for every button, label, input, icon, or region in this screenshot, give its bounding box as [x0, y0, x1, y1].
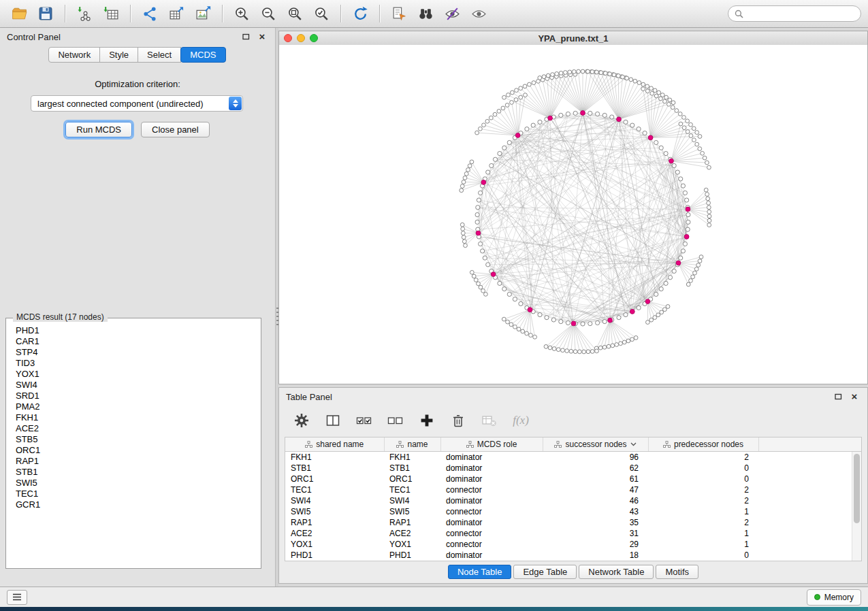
optimization-criterion-label: Optimization criterion: — [0, 79, 275, 89]
table-settings-button[interactable] — [293, 412, 310, 429]
zoom-fit-button[interactable] — [283, 3, 307, 24]
mcds-result-item[interactable]: TEC1 — [16, 489, 259, 499]
column-header-shared-name[interactable]: shared name — [285, 437, 384, 452]
mcds-result-item[interactable]: SRD1 — [16, 391, 259, 401]
window-minimize-button[interactable] — [297, 34, 305, 42]
table-row[interactable]: PHD1PHD1dominator180 — [285, 550, 861, 561]
mcds-result-item[interactable]: RAP1 — [16, 456, 259, 467]
binoculars-icon — [417, 5, 434, 22]
optimization-criterion-value: largest connected component (undirected) — [37, 99, 204, 109]
create-column-button[interactable] — [418, 412, 436, 429]
mcds-result-item[interactable]: ORC1 — [16, 445, 259, 456]
table-scrollbar[interactable] — [852, 452, 861, 561]
run-mcds-button[interactable]: Run MCDS — [65, 122, 132, 137]
hide-selected-button[interactable] — [440, 3, 464, 24]
search-input[interactable] — [748, 8, 854, 19]
memory-button[interactable]: Memory — [807, 589, 861, 606]
column-header-predecessor-nodes[interactable]: predecessor nodes — [648, 437, 758, 452]
import-network-button[interactable] — [72, 3, 97, 24]
toolbar-separator — [65, 5, 65, 22]
network-window-titlebar[interactable]: YPA_prune.txt_1 — [279, 31, 867, 46]
close-panel-icon[interactable]: × — [256, 31, 268, 42]
table-row[interactable]: ACE2ACE2connector311 — [285, 528, 861, 539]
status-bar: Memory — [0, 587, 868, 607]
tab-motifs[interactable]: Motifs — [656, 565, 698, 579]
export-network-button[interactable] — [138, 3, 162, 24]
close-panel-button[interactable]: Close panel — [141, 122, 210, 137]
copy-style-button[interactable] — [387, 3, 411, 24]
table-row[interactable]: ORC1ORC1dominator610 — [285, 474, 861, 484]
zoom-out-button[interactable] — [256, 3, 280, 24]
mcds-result-item[interactable]: TID3 — [16, 358, 259, 369]
save-icon — [37, 5, 54, 22]
mcds-result-item[interactable]: STP4 — [16, 347, 259, 358]
panel-list-button[interactable] — [7, 590, 27, 605]
share-network-icon — [142, 5, 159, 22]
table-scrollbar-thumb[interactable] — [854, 454, 860, 523]
table-panel: Table Panel × — [278, 387, 868, 584]
mcds-result-item[interactable]: GCR1 — [16, 499, 259, 510]
optimization-criterion-select[interactable]: largest connected component (undirected) — [31, 95, 243, 112]
function-builder-button: f(x) — [512, 412, 530, 429]
table-row[interactable]: FKH1FKH1dominator962 — [285, 452, 861, 463]
unselect-all-columns-button[interactable] — [387, 412, 404, 429]
table-row[interactable]: RAP1RAP1dominator352 — [285, 517, 861, 528]
tab-select[interactable]: Select — [138, 47, 181, 63]
refresh-network-button[interactable] — [348, 3, 372, 24]
document-share-icon — [391, 5, 408, 22]
mcds-result-item[interactable]: STB5 — [16, 434, 259, 445]
float-panel-icon[interactable] — [240, 31, 252, 42]
column-header-MCDS-role[interactable]: MCDS role — [440, 437, 543, 452]
export-table-button[interactable] — [164, 3, 189, 24]
close-table-panel-icon[interactable]: × — [848, 391, 861, 402]
export-image-button[interactable] — [191, 3, 215, 24]
table-row[interactable]: SWI4SWI4dominator462 — [285, 495, 861, 506]
column-header-successor-nodes[interactable]: successor nodes — [543, 437, 648, 452]
tab-mcds[interactable]: MCDS — [180, 47, 225, 63]
delete-column-button[interactable] — [449, 412, 467, 429]
gear-icon — [294, 413, 309, 428]
select-all-columns-button[interactable] — [355, 412, 373, 429]
import-table-button[interactable] — [99, 3, 123, 24]
tab-edge-table[interactable]: Edge Table — [513, 565, 577, 579]
tab-node-table[interactable]: Node Table — [448, 565, 512, 579]
table-panel-header: Table Panel × — [279, 388, 867, 406]
tab-style[interactable]: Style — [99, 47, 138, 63]
mcds-result-item[interactable]: PMA2 — [16, 401, 259, 412]
network-view[interactable] — [279, 45, 867, 384]
table-row[interactable]: STB1STB1dominator620 — [285, 463, 861, 474]
float-table-panel-icon[interactable] — [832, 391, 844, 402]
table-toolbar: f(x) — [279, 406, 867, 435]
plus-icon — [419, 413, 434, 428]
mcds-result-item[interactable]: STB1 — [16, 467, 259, 478]
zoom-out-icon — [260, 5, 277, 22]
window-close-button[interactable] — [284, 34, 292, 42]
table-row[interactable]: TEC1TEC1connector472 — [285, 484, 861, 495]
tab-network-table[interactable]: Network Table — [579, 565, 654, 579]
table-export-icon — [168, 5, 185, 22]
table-row[interactable]: SWI5SWI5connector431 — [285, 506, 861, 517]
search-box — [728, 5, 861, 22]
zoom-in-button[interactable] — [229, 3, 254, 24]
table-row[interactable]: YOX1YOX1connector291 — [285, 539, 861, 550]
eye-icon — [470, 5, 487, 22]
search-network-button[interactable] — [413, 3, 438, 24]
save-session-button[interactable] — [33, 3, 58, 24]
show-all-button[interactable] — [466, 3, 491, 24]
open-file-button[interactable] — [7, 3, 31, 24]
node-table-body: FKH1FKH1dominator962STB1STB1dominator620… — [285, 452, 861, 561]
tab-network[interactable]: Network — [48, 47, 100, 63]
mcds-result-item[interactable]: CAR1 — [16, 336, 259, 347]
search-icon — [735, 10, 743, 18]
mcds-result-item[interactable]: PHD1 — [16, 325, 259, 336]
mcds-result-item[interactable]: FKH1 — [16, 412, 259, 423]
column-header-name[interactable]: name — [384, 437, 440, 452]
mcds-result-item[interactable]: SWI4 — [16, 380, 259, 391]
mcds-result-item[interactable]: ACE2 — [16, 423, 259, 434]
show-column-panel-button[interactable] — [324, 412, 342, 429]
mcds-result-item[interactable]: SWI5 — [16, 478, 259, 489]
table-delete-icon — [481, 413, 498, 428]
window-zoom-button[interactable] — [310, 34, 318, 42]
zoom-selected-button[interactable] — [309, 3, 334, 24]
mcds-result-item[interactable]: YOX1 — [16, 369, 259, 380]
